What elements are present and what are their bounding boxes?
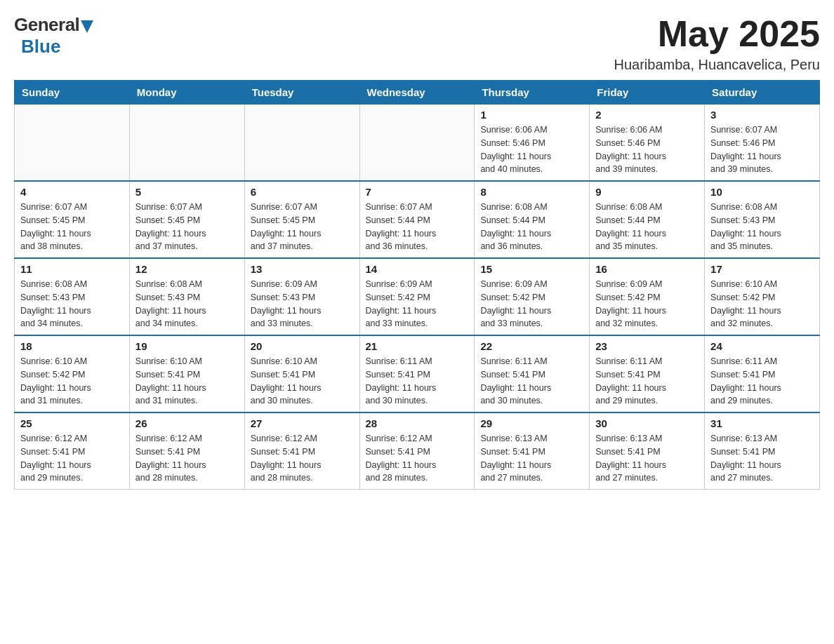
day-number: 5 [135, 186, 239, 198]
day-info: Sunrise: 6:10 AM Sunset: 5:41 PM Dayligh… [251, 355, 354, 408]
day-info: Sunrise: 6:13 AM Sunset: 5:41 PM Dayligh… [710, 432, 814, 485]
calendar-day-cell [129, 105, 244, 182]
day-number: 10 [710, 186, 814, 198]
day-info: Sunrise: 6:13 AM Sunset: 5:41 PM Dayligh… [480, 432, 583, 485]
day-info: Sunrise: 6:06 AM Sunset: 5:46 PM Dayligh… [480, 123, 583, 176]
day-number: 20 [251, 340, 354, 352]
day-number: 28 [366, 417, 469, 429]
day-info: Sunrise: 6:07 AM Sunset: 5:45 PM Dayligh… [135, 201, 239, 253]
calendar-day-cell: 14Sunrise: 6:09 AM Sunset: 5:42 PM Dayli… [359, 258, 475, 335]
day-number: 7 [366, 186, 469, 198]
day-number: 24 [710, 340, 814, 352]
calendar-day-header: Thursday [475, 81, 590, 105]
day-number: 31 [710, 417, 814, 429]
calendar-day-cell: 30Sunrise: 6:13 AM Sunset: 5:41 PM Dayli… [590, 412, 705, 490]
day-number: 22 [480, 340, 583, 352]
month-title: May 2025 [614, 14, 821, 54]
calendar-day-cell: 24Sunrise: 6:11 AM Sunset: 5:41 PM Dayli… [705, 335, 820, 412]
calendar-day-cell: 8Sunrise: 6:08 AM Sunset: 5:44 PM Daylig… [475, 181, 590, 258]
calendar-day-cell [15, 105, 130, 182]
day-number: 18 [20, 340, 124, 352]
day-info: Sunrise: 6:10 AM Sunset: 5:41 PM Dayligh… [135, 355, 239, 408]
day-info: Sunrise: 6:07 AM Sunset: 5:44 PM Dayligh… [366, 201, 469, 253]
day-info: Sunrise: 6:11 AM Sunset: 5:41 PM Dayligh… [710, 355, 814, 408]
day-number: 14 [366, 263, 469, 275]
calendar-day-cell: 23Sunrise: 6:11 AM Sunset: 5:41 PM Dayli… [590, 335, 705, 412]
day-info: Sunrise: 6:08 AM Sunset: 5:43 PM Dayligh… [710, 201, 814, 253]
day-number: 13 [251, 263, 354, 275]
title-section: May 2025 Huaribamba, Huancavelica, Peru [614, 14, 821, 73]
day-number: 27 [251, 417, 354, 429]
day-info: Sunrise: 6:10 AM Sunset: 5:42 PM Dayligh… [710, 278, 814, 330]
calendar-week-row: 4Sunrise: 6:07 AM Sunset: 5:45 PM Daylig… [15, 181, 820, 258]
calendar-day-header: Monday [129, 81, 244, 105]
day-number: 2 [595, 109, 699, 121]
day-number: 15 [480, 263, 583, 275]
calendar-week-row: 11Sunrise: 6:08 AM Sunset: 5:43 PM Dayli… [15, 258, 820, 335]
day-number: 21 [366, 340, 469, 352]
day-info: Sunrise: 6:07 AM Sunset: 5:45 PM Dayligh… [251, 201, 354, 253]
calendar-day-cell: 27Sunrise: 6:12 AM Sunset: 5:41 PM Dayli… [244, 412, 359, 490]
calendar-week-row: 1Sunrise: 6:06 AM Sunset: 5:46 PM Daylig… [15, 105, 820, 182]
day-number: 17 [710, 263, 814, 275]
svg-marker-0 [81, 20, 93, 33]
calendar-day-cell: 13Sunrise: 6:09 AM Sunset: 5:43 PM Dayli… [244, 258, 359, 335]
calendar-day-cell: 11Sunrise: 6:08 AM Sunset: 5:43 PM Dayli… [15, 258, 130, 335]
calendar-day-cell [244, 105, 359, 182]
logo: General Blue [14, 14, 93, 58]
day-info: Sunrise: 6:08 AM Sunset: 5:44 PM Dayligh… [595, 201, 699, 253]
day-info: Sunrise: 6:08 AM Sunset: 5:43 PM Dayligh… [135, 278, 239, 330]
day-number: 11 [20, 263, 124, 275]
day-info: Sunrise: 6:13 AM Sunset: 5:41 PM Dayligh… [595, 432, 699, 485]
calendar-day-cell: 31Sunrise: 6:13 AM Sunset: 5:41 PM Dayli… [705, 412, 820, 490]
calendar-day-cell: 9Sunrise: 6:08 AM Sunset: 5:44 PM Daylig… [590, 181, 705, 258]
page-header: General Blue May 2025 Huaribamba, Huanca… [14, 14, 820, 73]
calendar-day-cell: 17Sunrise: 6:10 AM Sunset: 5:42 PM Dayli… [705, 258, 820, 335]
day-number: 25 [20, 417, 124, 429]
day-number: 19 [135, 340, 239, 352]
day-info: Sunrise: 6:07 AM Sunset: 5:45 PM Dayligh… [20, 201, 124, 253]
calendar-day-cell: 22Sunrise: 6:11 AM Sunset: 5:41 PM Dayli… [475, 335, 590, 412]
location-title: Huaribamba, Huancavelica, Peru [614, 57, 821, 73]
calendar-day-cell: 7Sunrise: 6:07 AM Sunset: 5:44 PM Daylig… [359, 181, 475, 258]
day-info: Sunrise: 6:09 AM Sunset: 5:42 PM Dayligh… [595, 278, 699, 330]
day-info: Sunrise: 6:11 AM Sunset: 5:41 PM Dayligh… [480, 355, 583, 408]
calendar-day-cell [359, 105, 475, 182]
calendar-day-cell: 28Sunrise: 6:12 AM Sunset: 5:41 PM Dayli… [359, 412, 475, 490]
calendar-day-cell: 18Sunrise: 6:10 AM Sunset: 5:42 PM Dayli… [15, 335, 130, 412]
calendar-day-cell: 25Sunrise: 6:12 AM Sunset: 5:41 PM Dayli… [15, 412, 130, 490]
day-number: 9 [595, 186, 699, 198]
logo-triangle-icon [81, 20, 93, 33]
logo-blue-text: Blue [21, 36, 60, 58]
calendar-day-header: Friday [590, 81, 705, 105]
day-info: Sunrise: 6:08 AM Sunset: 5:44 PM Dayligh… [480, 201, 583, 253]
calendar-day-cell: 1Sunrise: 6:06 AM Sunset: 5:46 PM Daylig… [475, 105, 590, 182]
calendar-day-cell: 5Sunrise: 6:07 AM Sunset: 5:45 PM Daylig… [129, 181, 244, 258]
calendar-day-cell: 15Sunrise: 6:09 AM Sunset: 5:42 PM Dayli… [475, 258, 590, 335]
day-info: Sunrise: 6:12 AM Sunset: 5:41 PM Dayligh… [366, 432, 469, 485]
day-number: 23 [595, 340, 699, 352]
day-info: Sunrise: 6:12 AM Sunset: 5:41 PM Dayligh… [251, 432, 354, 485]
calendar-day-cell: 21Sunrise: 6:11 AM Sunset: 5:41 PM Dayli… [359, 335, 475, 412]
calendar-day-header: Wednesday [359, 81, 475, 105]
day-number: 30 [595, 417, 699, 429]
day-number: 12 [135, 263, 239, 275]
calendar-day-cell: 4Sunrise: 6:07 AM Sunset: 5:45 PM Daylig… [15, 181, 130, 258]
day-info: Sunrise: 6:11 AM Sunset: 5:41 PM Dayligh… [595, 355, 699, 408]
day-number: 29 [480, 417, 583, 429]
day-number: 8 [480, 186, 583, 198]
calendar-day-cell: 6Sunrise: 6:07 AM Sunset: 5:45 PM Daylig… [244, 181, 359, 258]
day-info: Sunrise: 6:09 AM Sunset: 5:43 PM Dayligh… [251, 278, 354, 330]
calendar-day-header: Tuesday [244, 81, 359, 105]
calendar-day-cell: 16Sunrise: 6:09 AM Sunset: 5:42 PM Dayli… [590, 258, 705, 335]
day-info: Sunrise: 6:09 AM Sunset: 5:42 PM Dayligh… [366, 278, 469, 330]
day-info: Sunrise: 6:11 AM Sunset: 5:41 PM Dayligh… [366, 355, 469, 408]
day-number: 3 [710, 109, 814, 121]
day-number: 26 [135, 417, 239, 429]
calendar-header-row: SundayMondayTuesdayWednesdayThursdayFrid… [15, 81, 820, 105]
day-info: Sunrise: 6:07 AM Sunset: 5:46 PM Dayligh… [710, 123, 814, 176]
calendar-day-header: Saturday [705, 81, 820, 105]
day-info: Sunrise: 6:12 AM Sunset: 5:41 PM Dayligh… [20, 432, 124, 485]
day-info: Sunrise: 6:09 AM Sunset: 5:42 PM Dayligh… [480, 278, 583, 330]
calendar-day-header: Sunday [15, 81, 130, 105]
